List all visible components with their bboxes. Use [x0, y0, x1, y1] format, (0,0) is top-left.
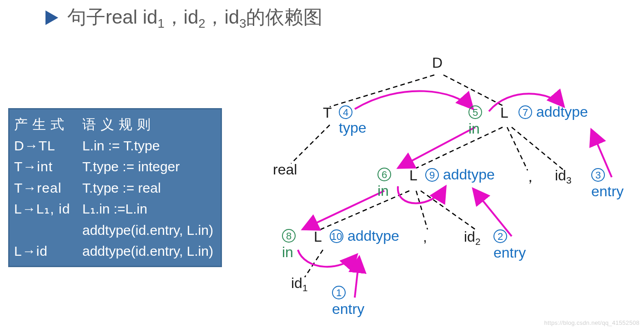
- leaf-id3: id3: [555, 167, 571, 186]
- rules-row: addtype(id.entry, L.in): [14, 220, 217, 241]
- rule-prod: T→int: [14, 156, 82, 178]
- attr-10-addtype: 10 addtype: [330, 228, 399, 244]
- rule-sem: addtype(id.entry, L.in): [82, 241, 217, 262]
- node-L-bot: L: [314, 229, 322, 245]
- rule-sem: L.in := T.type: [82, 135, 217, 157]
- attr-2-entry: 2entry: [493, 228, 526, 261]
- node-L-top: L: [500, 104, 508, 121]
- rule-sem: addtype(id.entry, L.in): [82, 220, 217, 241]
- rules-row: T→int T.type := integer: [14, 156, 217, 178]
- node-L-mid: L: [409, 167, 418, 184]
- rule-sem: T.type := integer: [82, 156, 217, 178]
- attr-7-addtype: 7 addtype: [518, 104, 588, 120]
- title-text: 句子real id1，id2，id3的依赖图: [67, 5, 322, 31]
- bullet-icon: [45, 10, 58, 25]
- rule-sem: T.type := real: [82, 178, 217, 199]
- rule-prod: L→id: [14, 241, 82, 262]
- attr-4-type: 4 type: [339, 104, 366, 136]
- attr-9-addtype: 9 addtype: [425, 166, 495, 183]
- rule-sem: L₁.in :=L.in: [82, 199, 217, 220]
- attr-6-in: 6in: [377, 166, 391, 199]
- node-D: D: [432, 55, 443, 71]
- rules-header-production: 产生式: [14, 114, 82, 135]
- attr-8-in: 8in: [282, 227, 296, 261]
- rule-prod: L→L₁, id: [14, 199, 82, 220]
- watermark: https://blog.csdn.net/qq_41552508: [544, 319, 639, 326]
- title: 句子real id1，id2，id3的依赖图: [45, 5, 322, 31]
- rules-header-semantics: 语义规则: [82, 114, 217, 135]
- attr-1-entry: 1entry: [332, 284, 364, 318]
- graph-edges: [227, 45, 637, 327]
- leaf-real: real: [273, 161, 297, 178]
- comma-top: ，: [523, 167, 538, 187]
- leaf-id2: id2: [464, 229, 480, 247]
- rules-row: L→L₁, id L₁.in :=L.in: [14, 199, 217, 220]
- rules-row: T→real T.type := real: [14, 178, 217, 199]
- dependency-graph: D T 4 type 5in L 7 addtype real 6in L 9 …: [227, 45, 637, 327]
- rules-header: 产生式 语义规则: [14, 114, 217, 135]
- leaf-id1: id1: [291, 275, 307, 293]
- rules-row: D→TL L.in := T.type: [14, 135, 217, 157]
- attr-3-entry: 3entry: [591, 166, 624, 200]
- node-T: T: [323, 104, 332, 121]
- rules-table: 产生式 语义规则 D→TL L.in := T.type T→int T.typ…: [8, 108, 222, 267]
- rule-prod: D→TL: [14, 135, 82, 157]
- attr-5-in: 5in: [468, 104, 482, 137]
- rule-prod: T→real: [14, 178, 82, 199]
- rules-row: L→id addtype(id.entry, L.in): [14, 241, 217, 262]
- rule-prod: [14, 220, 82, 241]
- comma-mid: ,: [423, 229, 427, 245]
